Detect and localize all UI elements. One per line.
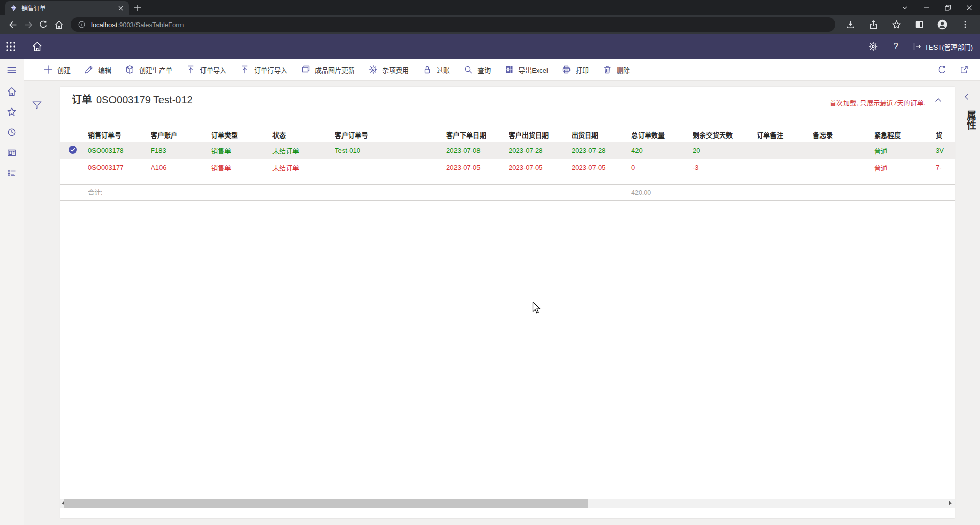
new-tab-icon[interactable] bbox=[133, 3, 142, 12]
sidebar-item-home[interactable] bbox=[0, 81, 24, 102]
help-button[interactable]: ? bbox=[890, 38, 902, 55]
toolbar-order-import-button[interactable]: 订单导入 bbox=[186, 65, 226, 75]
toolbar-button-label: 查询 bbox=[477, 65, 491, 75]
user-menu[interactable]: TEST(管理部门) bbox=[912, 42, 973, 52]
open-in-new-window-icon[interactable] bbox=[959, 65, 969, 75]
window-restore-icon[interactable] bbox=[944, 4, 951, 11]
app-header: ? TEST(管理部门) bbox=[0, 34, 980, 59]
toolbar-print-button[interactable]: 打印 bbox=[562, 65, 589, 75]
column-header[interactable]: 客户账户 bbox=[151, 127, 211, 142]
column-header[interactable]: 状态 bbox=[272, 127, 335, 142]
plus-icon bbox=[43, 65, 53, 74]
downloads-icon[interactable] bbox=[842, 17, 858, 32]
toolbar-misc-charges-button[interactable]: 杂项费用 bbox=[369, 65, 409, 75]
settings-gear-icon[interactable] bbox=[867, 38, 879, 55]
table-cell: 2023-07-28 bbox=[509, 142, 572, 159]
share-icon[interactable] bbox=[865, 17, 881, 32]
star-icon bbox=[7, 107, 17, 117]
pencil-icon bbox=[84, 65, 94, 74]
column-header[interactable]: 备忘录 bbox=[813, 127, 874, 142]
totals-label: 合计: bbox=[88, 185, 102, 201]
browser-tab[interactable]: 销售订单 bbox=[5, 1, 129, 15]
refresh-icon[interactable] bbox=[937, 65, 947, 75]
table-cell: 0SO003178 bbox=[88, 142, 151, 159]
column-header[interactable]: 销售订单号 bbox=[88, 127, 151, 142]
window-close-icon[interactable] bbox=[966, 4, 973, 11]
table-cell: 420 bbox=[631, 142, 693, 159]
horizontal-scrollbar[interactable] bbox=[60, 499, 955, 508]
row-select-cell[interactable] bbox=[60, 159, 88, 176]
app-home-icon[interactable] bbox=[31, 38, 43, 55]
column-header[interactable]: 客户出货日期 bbox=[509, 127, 572, 142]
toolbar-delete-button[interactable]: 删除 bbox=[603, 65, 630, 75]
chevron-up-icon[interactable] bbox=[933, 96, 943, 105]
toolbar-button-label: 订单导入 bbox=[200, 65, 226, 75]
sidebar-item-workspaces[interactable] bbox=[0, 143, 24, 163]
action-toolbar: 创建编辑创建生产单订单导入订单行导入成品图片更新杂项费用过账查询导出Excel打… bbox=[24, 59, 980, 81]
forward-icon[interactable] bbox=[20, 17, 36, 32]
search-icon bbox=[464, 65, 473, 74]
column-header[interactable] bbox=[60, 127, 88, 142]
cube-icon bbox=[125, 65, 134, 74]
bookmark-star-icon[interactable] bbox=[888, 17, 904, 32]
row-select-cell[interactable] bbox=[60, 142, 88, 159]
site-info-icon[interactable] bbox=[78, 20, 86, 29]
filter-funnel-icon[interactable] bbox=[32, 100, 42, 110]
properties-panel-label[interactable]: 属性 bbox=[964, 110, 977, 130]
waffle-menu-icon[interactable] bbox=[5, 38, 17, 55]
orders-table: 销售订单号客户账户订单类型状态客户订单号客户下单日期客户出货日期出货日期总订单数… bbox=[60, 127, 955, 176]
scrollbar-thumb[interactable] bbox=[64, 499, 588, 508]
gear-icon bbox=[369, 65, 378, 74]
table-cell: 销售单 bbox=[211, 159, 272, 176]
toolbar-export-excel-button[interactable]: 导出Excel bbox=[505, 65, 548, 75]
column-header[interactable]: 总订单数量 bbox=[631, 127, 693, 142]
table-cell: 普通 bbox=[874, 142, 936, 159]
toolbar-edit-button[interactable]: 编辑 bbox=[84, 65, 111, 75]
side-panel-icon[interactable] bbox=[911, 17, 927, 32]
column-header[interactable]: 客户订单号 bbox=[335, 127, 446, 142]
column-header[interactable]: 订单备注 bbox=[757, 127, 813, 142]
toolbar-post-button[interactable]: 过账 bbox=[423, 65, 450, 75]
window-menu-chevron-icon[interactable] bbox=[901, 4, 908, 11]
browser-tab-strip: 销售订单 bbox=[0, 0, 980, 15]
back-icon[interactable] bbox=[5, 17, 20, 32]
toolbar-create-button[interactable]: 创建 bbox=[43, 65, 71, 75]
table-cell: 7- bbox=[936, 159, 955, 176]
table-row[interactable]: 0SO003178F183销售单未结订单Test-0102023-07-0820… bbox=[60, 142, 955, 159]
home-icon bbox=[7, 86, 17, 97]
sidebar-item-menu[interactable] bbox=[0, 59, 24, 81]
address-bar[interactable]: localhost:9003/SalesTableForm bbox=[71, 17, 835, 32]
table-cell: 2023-07-05 bbox=[446, 159, 509, 176]
profile-avatar-icon[interactable] bbox=[935, 17, 950, 32]
sidebar-item-favorites[interactable] bbox=[0, 102, 24, 122]
sidebar-item-tasks[interactable] bbox=[0, 163, 24, 184]
column-header[interactable]: 货 bbox=[936, 127, 955, 142]
chevron-left-icon[interactable] bbox=[962, 92, 971, 101]
column-header[interactable]: 订单类型 bbox=[211, 127, 272, 142]
table-cell: 2023-07-05 bbox=[509, 159, 572, 176]
toolbar-product-image-update-button[interactable]: 成品图片更新 bbox=[301, 65, 355, 75]
browser-menu-kebab-icon[interactable] bbox=[958, 17, 973, 32]
tab-close-icon[interactable] bbox=[117, 4, 125, 12]
table-row[interactable]: 0SO003177A106销售单未结订单2023-07-052023-07-05… bbox=[60, 159, 955, 176]
table-cell: -3 bbox=[693, 159, 757, 176]
scroll-right-arrow-icon[interactable] bbox=[949, 501, 952, 505]
reload-icon[interactable] bbox=[36, 17, 51, 32]
table-cell: 3V bbox=[936, 142, 955, 159]
column-header[interactable]: 客户下单日期 bbox=[446, 127, 509, 142]
toolbar-order-line-import-button[interactable]: 订单行导入 bbox=[240, 65, 287, 75]
toolbar-query-button[interactable]: 查询 bbox=[464, 65, 491, 75]
column-header[interactable]: 剩余交货天数 bbox=[693, 127, 757, 142]
logout-icon bbox=[912, 42, 921, 51]
window-minimize-icon[interactable] bbox=[923, 4, 930, 11]
image-icon bbox=[301, 65, 310, 74]
column-header[interactable]: 紧急程度 bbox=[874, 127, 936, 142]
toolbar-create-production-order-button[interactable]: 创建生产单 bbox=[125, 65, 172, 75]
column-header[interactable]: 出货日期 bbox=[572, 127, 631, 142]
sidebar-item-recent[interactable] bbox=[0, 122, 24, 143]
toolbar-button-label: 创建生产单 bbox=[139, 65, 172, 75]
table-cell: 销售单 bbox=[211, 142, 272, 159]
tasks-icon bbox=[7, 168, 17, 178]
browser-home-icon[interactable] bbox=[51, 17, 66, 32]
table-cell: 未结订单 bbox=[272, 142, 335, 159]
